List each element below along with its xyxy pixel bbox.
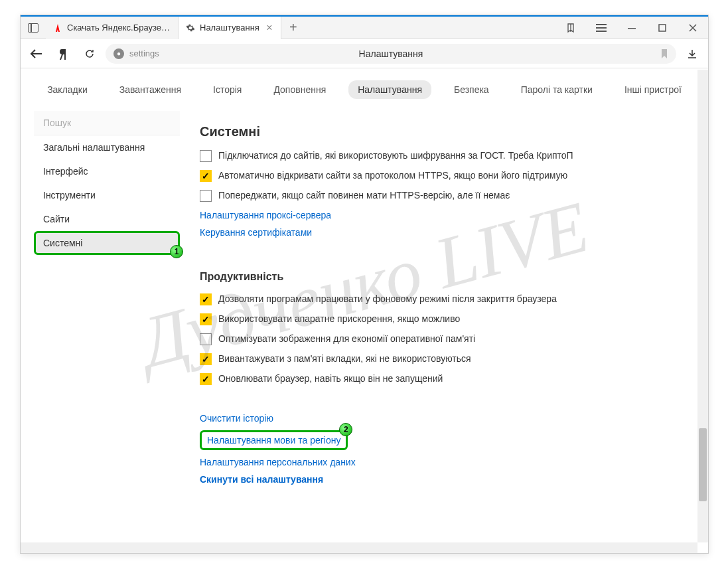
link-language-region[interactable]: Налаштування мови та регіону 2 — [200, 430, 348, 450]
minimize-icon — [628, 24, 636, 32]
checkbox-label: Автоматично відкривати сайти за протокол… — [218, 170, 567, 181]
svg-rect-3 — [628, 28, 636, 29]
sidebar-item-system[interactable]: Системні 1 — [34, 231, 180, 255]
address-bar: ● settings Налаштування — [21, 39, 708, 68]
back-button[interactable] — [26, 43, 47, 64]
svg-rect-1 — [596, 27, 607, 29]
url-box[interactable]: ● settings Налаштування — [106, 44, 676, 64]
content-area: Закладки Завантаження Історія Доповнення… — [21, 68, 708, 552]
section-system-title: Системні — [200, 124, 675, 139]
checkbox-icon[interactable] — [200, 313, 212, 325]
nav-settings[interactable]: Налаштування — [348, 80, 431, 99]
menu-button[interactable] — [586, 17, 617, 39]
checkbox-label: Попереджати, якщо сайт повинен мати HTTP… — [218, 190, 510, 201]
link-reset-settings[interactable]: Скинути всі налаштування — [200, 474, 675, 485]
site-info-icon[interactable]: ● — [113, 48, 124, 59]
link-clear-history[interactable]: Очистити історію — [200, 413, 675, 424]
checkbox-label: Дозволяти програмам працювати у фоновому… — [218, 293, 557, 304]
highlight-badge-1: 1 — [170, 245, 183, 258]
nav-passwords[interactable]: Паролі та картки — [512, 80, 602, 99]
checkbox-optimize-images[interactable]: Оптимізувати зображення для економії опе… — [200, 333, 675, 345]
nav-security[interactable]: Безпека — [445, 80, 498, 99]
nav-downloads[interactable]: Завантаження — [110, 80, 190, 99]
checkbox-label: Підключатися до сайтів, які використовую… — [218, 150, 573, 161]
sidebar-item-sites[interactable]: Сайти — [34, 207, 180, 231]
bookmark-flag-icon[interactable] — [660, 48, 668, 59]
settings-top-nav: Закладки Завантаження Історія Доповнення… — [21, 68, 708, 111]
checkbox-icon[interactable] — [200, 333, 212, 345]
url-text: settings — [129, 48, 159, 58]
sidebar-search[interactable]: Пошук — [34, 111, 180, 135]
checkbox-label: Вивантажувати з пам'яті вкладки, які не … — [218, 353, 471, 364]
gear-icon — [185, 23, 196, 33]
checkbox-label: Використовувати апаратне прискорення, як… — [218, 313, 460, 324]
sidebar-toggle[interactable] — [21, 23, 46, 33]
close-icon[interactable]: × — [265, 23, 274, 33]
checkbox-https-auto[interactable]: Автоматично відкривати сайти за протокол… — [200, 170, 675, 182]
checkbox-icon[interactable] — [200, 293, 212, 305]
settings-sidebar: Пошук Загальні налаштування Інтерфейс Ін… — [34, 111, 180, 552]
checkbox-icon[interactable] — [200, 170, 212, 182]
yandex-home-button[interactable] — [52, 43, 74, 64]
checkbox-unload-tabs[interactable]: Вивантажувати з пам'яті вкладки, які не … — [200, 353, 675, 365]
horizontal-scrollbar[interactable] — [21, 542, 697, 553]
panel-icon — [28, 23, 38, 33]
checkbox-gost[interactable]: Підключатися до сайтів, які використовую… — [200, 150, 675, 162]
titlebar: Скачать Яндекс.Браузер д Налаштування × … — [21, 15, 708, 39]
download-icon — [687, 48, 697, 59]
reload-icon — [84, 48, 95, 59]
tab-strip: Скачать Яндекс.Браузер д Налаштування × … — [46, 17, 555, 39]
checkbox-hw-accel[interactable]: Використовувати апаратне прискорення, як… — [200, 313, 675, 325]
menu-icon — [596, 23, 607, 33]
sidebar-item-tools[interactable]: Інструменти — [34, 183, 180, 207]
maximize-button[interactable] — [647, 17, 678, 39]
checkbox-icon[interactable] — [200, 353, 212, 365]
checkbox-background-apps[interactable]: Дозволяти програмам працювати у фоновому… — [200, 293, 675, 305]
browser-window: Скачать Яндекс.Браузер д Налаштування × … — [20, 15, 709, 554]
checkbox-icon[interactable] — [200, 190, 212, 202]
checkbox-icon[interactable] — [200, 373, 212, 385]
maximize-icon — [658, 24, 666, 32]
vertical-scrollbar[interactable] — [697, 70, 708, 542]
nav-history[interactable]: Історія — [204, 80, 251, 99]
url-title: Налаштування — [359, 48, 423, 59]
sidebar-item-label: Системні — [43, 238, 82, 248]
reload-button[interactable] — [79, 43, 100, 64]
downloads-button[interactable] — [682, 43, 703, 64]
yandex-icon — [52, 23, 63, 33]
link-proxy[interactable]: Налаштування проксі-сервера — [200, 210, 675, 220]
window-controls — [555, 17, 708, 39]
checkbox-update-closed[interactable]: Оновлювати браузер, навіть якщо він не з… — [200, 373, 675, 385]
link-certificates[interactable]: Керування сертифікатами — [200, 227, 675, 238]
nav-bookmarks[interactable]: Закладки — [38, 80, 97, 99]
scrollbar-thumb[interactable] — [699, 428, 707, 501]
link-personal-data[interactable]: Налаштування персональних даних — [200, 457, 675, 467]
sidebar-item-general[interactable]: Загальні налаштування — [34, 135, 180, 159]
svg-rect-4 — [659, 25, 666, 31]
tab-1[interactable]: Налаштування × — [179, 17, 281, 39]
svg-rect-0 — [596, 24, 607, 25]
main-area: Пошук Загальні налаштування Інтерфейс Ін… — [21, 111, 708, 552]
checkbox-icon[interactable] — [200, 150, 212, 162]
sidebar-item-interface[interactable]: Інтерфейс — [34, 159, 180, 183]
nav-extensions[interactable]: Доповнення — [264, 80, 335, 99]
tab-0[interactable]: Скачать Яндекс.Браузер д — [46, 17, 179, 39]
section-performance-title: Продуктивність — [200, 271, 675, 283]
bookmark-icon — [565, 23, 576, 33]
close-button[interactable] — [678, 17, 708, 39]
back-icon — [30, 48, 43, 59]
checkbox-label: Оптимізувати зображення для економії опе… — [218, 333, 475, 344]
close-icon — [689, 24, 697, 32]
settings-panel: Системні Підключатися до сайтів, які вик… — [180, 111, 695, 552]
checkbox-https-warn[interactable]: Попереджати, якщо сайт повинен мати HTTP… — [200, 190, 675, 202]
link-label: Налаштування мови та регіону — [207, 435, 340, 446]
yandex-logo-icon — [58, 48, 68, 60]
bookmarks-button[interactable] — [555, 17, 586, 39]
new-tab-button[interactable]: + — [281, 17, 305, 39]
highlight-badge-2: 2 — [339, 423, 352, 436]
tab-title: Налаштування — [200, 23, 259, 33]
nav-devices[interactable]: Інші пристрої — [615, 80, 691, 99]
svg-rect-2 — [596, 31, 607, 32]
minimize-button[interactable] — [617, 17, 647, 39]
checkbox-label: Оновлювати браузер, навіть якщо він не з… — [218, 373, 443, 384]
